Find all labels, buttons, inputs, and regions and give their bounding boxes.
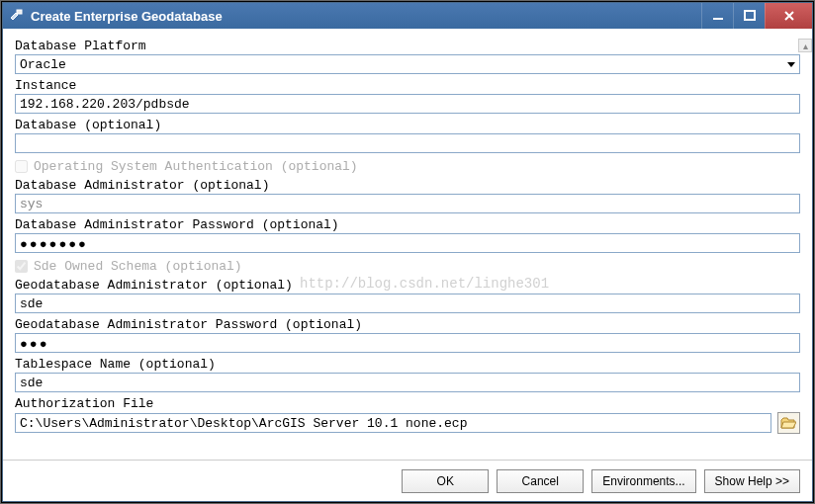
geoadminpw-label: Geodatabase Administrator Password (opti… [15,317,800,332]
svg-rect-0 [17,10,22,14]
sdeowned-label: Sde Owned Schema (optional) [34,259,242,274]
instance-label: Instance [15,78,800,93]
scroll-up-icon[interactable]: ▴ [798,39,812,52]
geoadminpw-input[interactable] [15,333,800,353]
database-input[interactable] [15,133,800,153]
minimize-button[interactable] [701,3,733,29]
environments-button[interactable]: Environments... [591,469,695,493]
authfile-label: Authorization File [15,396,800,411]
dbadminpw-label: Database Administrator Password (optiona… [15,217,800,232]
window-root: Create Enterprise Geodatabase http://blo… [2,2,813,502]
scrollbar[interactable]: ▴ [798,39,812,52]
geoadmin-input[interactable] [15,294,800,313]
sdeowned-row: Sde Owned Schema (optional) [15,259,800,274]
sdeowned-checkbox [15,260,28,273]
window-controls [701,3,812,29]
authfile-input[interactable] [15,413,771,433]
osauth-row: Operating System Authentication (optiona… [15,159,800,174]
dbadminpw-input[interactable] [15,233,800,253]
svg-rect-2 [745,11,755,20]
folder-open-icon [780,416,796,430]
platform-dropdown-icon[interactable] [782,54,800,74]
tablespace-label: Tablespace Name (optional) [15,357,800,372]
show-help-button[interactable]: Show Help >> [704,469,800,493]
geoadmin-label: Geodatabase Administrator (optional) [15,278,800,293]
osauth-checkbox [15,160,28,173]
form-area: http://blog.csdn.net/linghe301 ▴ Databas… [3,29,812,460]
osauth-label: Operating System Authentication (optiona… [34,159,358,174]
close-button[interactable] [765,3,812,29]
footer-bar: OK Cancel Environments... Show Help >> [3,460,812,501]
maximize-button[interactable] [733,3,765,29]
title-bar: Create Enterprise Geodatabase [3,3,812,29]
ok-button[interactable]: OK [402,469,489,493]
instance-input[interactable] [15,94,800,114]
hammer-icon [9,8,25,24]
tablespace-input[interactable] [15,373,800,392]
svg-rect-1 [713,18,723,20]
dbadmin-label: Database Administrator (optional) [15,178,800,193]
window-title: Create Enterprise Geodatabase [31,9,701,24]
database-label: Database (optional) [15,118,800,132]
cancel-button[interactable]: Cancel [497,469,584,493]
browse-file-button[interactable] [777,412,800,434]
platform-label: Database Platform [15,39,800,53]
dbadmin-input[interactable] [15,194,800,213]
platform-select[interactable] [15,54,782,74]
